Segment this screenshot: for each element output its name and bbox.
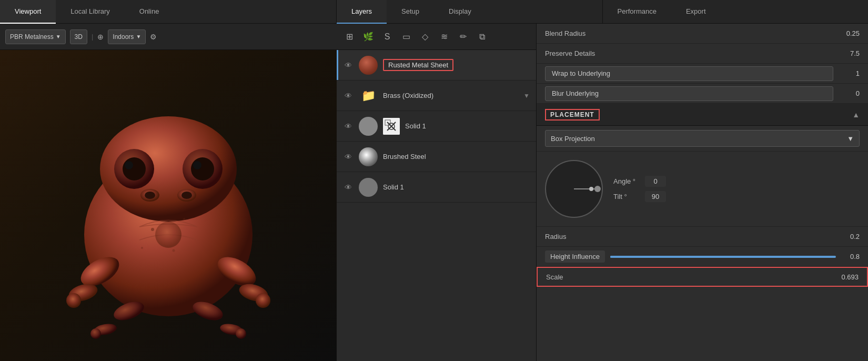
layer-thumb-rusted <box>359 56 378 75</box>
grid-icon-btn[interactable]: ⊞ <box>342 29 357 44</box>
placement-title: PLACEMENT <box>545 109 600 121</box>
svg-point-27 <box>173 249 175 252</box>
angle-props-container: Angle ° 0 Tilt ° 90 <box>613 176 666 202</box>
preserve-details-label: Preserve Details <box>545 49 839 57</box>
layer-thumb-solid2 <box>359 178 378 197</box>
tab-display[interactable]: Display <box>434 0 486 24</box>
properties-panel: Blend Radius 0.25 Preserve Details 7.5 W… <box>537 24 868 361</box>
angle-prop-row: Angle ° 0 <box>613 176 666 187</box>
stack-icon-btn[interactable]: S <box>380 29 395 44</box>
tab-export[interactable]: Export <box>671 0 721 24</box>
visibility-icon-4[interactable]: 👁 <box>343 183 354 192</box>
layer-name-rusted: Rusted Metal Sheet <box>383 61 530 69</box>
svg-point-9 <box>145 192 155 199</box>
blend-radius-row: Blend Radius 0.25 <box>537 24 868 44</box>
svg-point-24 <box>155 222 181 248</box>
svg-point-20 <box>90 328 101 339</box>
preserve-details-row: Preserve Details 7.5 <box>537 44 868 64</box>
placement-section-header: PLACEMENT ▲ <box>537 104 868 126</box>
wrap-to-underlying-btn[interactable]: Wrap to Underlying <box>545 66 833 81</box>
tab-online[interactable]: Online <box>125 0 174 24</box>
chevron-down-icon-3: ▼ <box>847 135 854 143</box>
svg-point-3 <box>123 157 146 180</box>
angle-label: Angle ° <box>613 177 640 185</box>
robot-frog-svg <box>47 72 289 362</box>
layer-thumb-brushed <box>359 147 378 166</box>
shading-mode-select[interactable]: PBR Metalness ▼ <box>5 29 66 44</box>
radius-value[interactable]: 0.2 <box>839 233 860 240</box>
drop-icon-btn[interactable]: ◇ <box>418 29 432 44</box>
scale-row: Scale 0.693 <box>537 267 868 287</box>
chevron-down-icon: ▼ <box>56 34 61 39</box>
layer-toolbar: ⊞ 🌿 S ▭ ◇ ≋ ✏ ⧉ <box>337 24 536 50</box>
box-projection-row: Box Projection ▼ <box>537 126 868 152</box>
collapse-placement-btn[interactable]: ▲ <box>852 111 860 119</box>
box-projection-select[interactable]: Box Projection ▼ <box>545 130 860 147</box>
svg-point-26 <box>183 218 185 220</box>
angle-line <box>574 188 598 189</box>
blur-underlying-row: Blur Underlying 0 <box>537 84 868 104</box>
svg-point-11 <box>181 192 192 199</box>
wrap-to-underlying-row: Wrap to Underlying 1 <box>537 64 868 84</box>
tab-setup[interactable]: Setup <box>387 0 434 24</box>
visibility-icon-2[interactable]: 👁 <box>343 122 354 131</box>
radius-row: Radius 0.2 <box>537 227 868 247</box>
view-3d-btn[interactable]: 3D <box>70 29 87 44</box>
radius-label: Radius <box>545 233 839 240</box>
visibility-icon-1[interactable]: 👁 <box>343 92 354 100</box>
tilt-label: Tilt ° <box>613 193 640 200</box>
layer-item-solid1[interactable]: 👁 Solid 1 <box>337 111 536 142</box>
layer-preview-solid1 <box>383 118 400 135</box>
chevron-down-icon-2: ▼ <box>136 34 141 39</box>
layer-name-solid2: Solid 1 <box>383 183 530 191</box>
tilt-prop-row: Tilt ° 90 <box>613 191 666 202</box>
wrap-to-underlying-value[interactable]: 1 <box>839 69 860 77</box>
layer-item-brass[interactable]: 👁 📁 Brass (Oxidized) ▼ <box>337 81 536 111</box>
angle-value[interactable]: 0 <box>645 176 666 187</box>
leaf-icon-btn[interactable]: 🌿 <box>361 29 376 44</box>
scale-label: Scale <box>546 273 841 281</box>
paint-icon-btn[interactable]: ✏ <box>456 29 470 44</box>
angle-tilt-section: Angle ° 0 Tilt ° 90 <box>537 152 868 227</box>
layer-thumb-solid1 <box>359 117 378 136</box>
layers-icon-btn[interactable]: ⧉ <box>475 29 489 44</box>
layer-name-solid1: Solid 1 <box>405 122 530 130</box>
angle-circle[interactable] <box>545 160 603 218</box>
svg-point-17 <box>256 293 270 308</box>
separator: | <box>92 33 93 41</box>
tab-local-library[interactable]: Local Library <box>56 0 124 24</box>
angle-dot-inner <box>589 187 593 191</box>
environment-select[interactable]: Indoors ▼ <box>108 29 146 44</box>
height-influence-row: Height Influence 0.8 <box>537 247 868 267</box>
layers-panel: ⊞ 🌿 S ▭ ◇ ≋ ✏ ⧉ 👁 Rusted Metal Sheet <box>337 24 537 361</box>
layer-item-rusted-metal-sheet[interactable]: 👁 Rusted Metal Sheet <box>337 50 536 81</box>
scale-value[interactable]: 0.693 <box>841 273 859 281</box>
svg-point-4 <box>125 161 133 169</box>
wave-icon-btn[interactable]: ≋ <box>437 29 451 44</box>
rect-icon-btn[interactable]: ▭ <box>399 29 413 44</box>
visibility-icon-3[interactable]: 👁 <box>343 153 354 161</box>
layer-name-brass: Brass (Oxidized) <box>383 92 518 99</box>
blur-underlying-value[interactable]: 0 <box>839 89 860 97</box>
3d-view <box>0 50 337 361</box>
height-influence-value[interactable]: 0.8 <box>841 253 860 260</box>
preserve-details-value[interactable]: 7.5 <box>839 49 860 57</box>
tab-performance[interactable]: Performance <box>603 0 671 24</box>
chevron-icon-brass: ▼ <box>523 92 530 99</box>
layer-name-brushed: Brushed Steel <box>383 153 530 161</box>
tilt-value[interactable]: 90 <box>645 191 666 202</box>
tab-viewport[interactable]: Viewport <box>0 0 56 24</box>
visibility-icon-0[interactable]: 👁 <box>343 61 354 69</box>
svg-point-6 <box>191 157 214 180</box>
layer-item-solid2[interactable]: 👁 Solid 1 <box>337 172 536 203</box>
tab-layers[interactable]: Layers <box>337 0 387 24</box>
layer-item-brushed-steel[interactable]: 👁 Brushed Steel <box>337 142 536 172</box>
layer-list: 👁 Rusted Metal Sheet 👁 📁 Brass (Oxidized… <box>337 50 536 361</box>
blur-underlying-btn[interactable]: Blur Underlying <box>545 86 833 101</box>
svg-point-28 <box>141 247 143 249</box>
height-influence-slider[interactable] <box>610 256 836 258</box>
settings-icon[interactable]: ⚙ <box>150 33 157 41</box>
svg-point-23 <box>236 328 246 339</box>
blend-radius-value[interactable]: 0.25 <box>839 29 860 37</box>
blend-radius-label: Blend Radius <box>545 29 839 37</box>
